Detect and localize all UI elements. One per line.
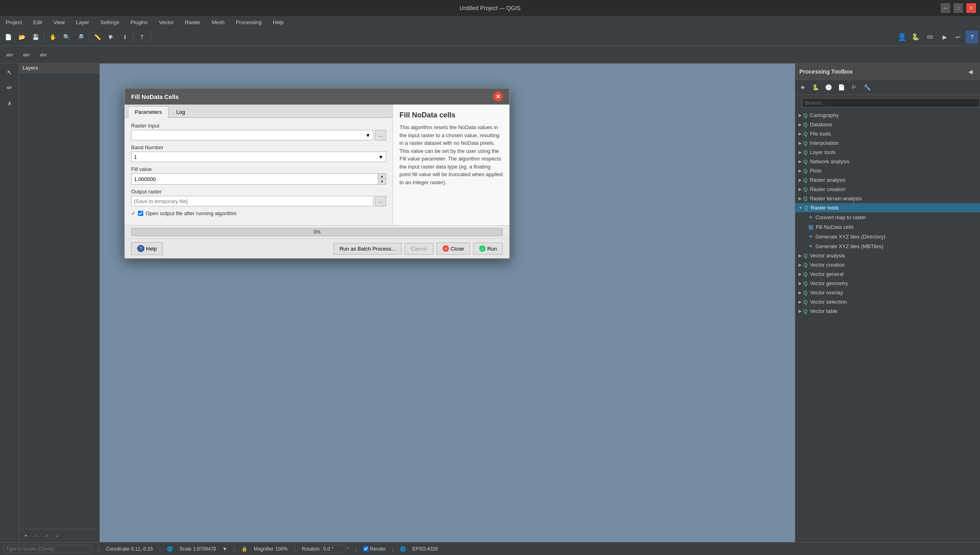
tree-item-vector-creation[interactable]: ▶ Q Vector creation: [795, 260, 980, 269]
bb-button[interactable]: BB: [923, 31, 937, 43]
layer-tool-4[interactable]: ↓: [52, 531, 62, 541]
output-raster-row: …: [131, 196, 386, 206]
locate-input[interactable]: [3, 545, 92, 553]
help-button[interactable]: ?: [966, 31, 978, 43]
layer-panel-header: Layers: [19, 64, 99, 73]
menu-help[interactable]: Help: [270, 18, 286, 26]
fill-value-down-button[interactable]: ▼: [378, 179, 386, 184]
zoom-in-button[interactable]: 🔍: [60, 31, 73, 43]
measure-button[interactable]: 📏: [91, 31, 104, 43]
sidebar-tool-2[interactable]: ✏: [2, 80, 17, 95]
proc-flag-button[interactable]: 🏳: [848, 82, 860, 93]
open-project-button[interactable]: 📂: [15, 31, 28, 43]
map-canvas[interactable]: Fill NoData Cells ✕ Parameters Log: [100, 64, 795, 542]
tree-item-vector-overlay[interactable]: ▶ Q Vector overlay: [795, 288, 980, 297]
avatar-button[interactable]: 👤: [896, 31, 908, 43]
tree-item-vector-geometry[interactable]: ▶ Q Vector geometry: [795, 279, 980, 288]
fill-value-up-button[interactable]: ▲: [378, 174, 386, 179]
python-button[interactable]: 🐍: [909, 31, 922, 43]
proc-starred-button[interactable]: ★: [797, 82, 808, 93]
proc-settings-button[interactable]: 🔧: [861, 82, 873, 93]
menu-processing[interactable]: Processing: [233, 18, 264, 26]
layer-tool-2[interactable]: -: [31, 531, 41, 541]
tree-item-raster-tools[interactable]: ▼ Q Raster tools: [795, 203, 980, 212]
scale-arrow-icon[interactable]: ▼: [222, 546, 227, 552]
green-arrow-button[interactable]: ▶: [938, 31, 951, 43]
tree-child-xyz-dir[interactable]: ✦ Generate XYZ tiles (Directory): [795, 232, 980, 241]
raster-input-browse-button[interactable]: …: [375, 130, 386, 140]
zoom-out-button[interactable]: 🔎: [74, 31, 86, 43]
proc-results-button[interactable]: 📄: [836, 82, 847, 93]
menu-vector[interactable]: Vector: [156, 18, 176, 26]
identify-button[interactable]: ℹ: [118, 31, 131, 43]
tree-item-database[interactable]: ▶ Q Database: [795, 120, 980, 129]
pan-map-button[interactable]: ✋: [46, 31, 59, 43]
proc-history-button[interactable]: 🕒: [823, 82, 834, 93]
proc-python-button[interactable]: 🐍: [810, 82, 821, 93]
maximize-button[interactable]: □: [953, 3, 963, 13]
close-dialog-button[interactable]: ✕ Close: [436, 243, 470, 255]
menu-raster[interactable]: Raster: [183, 18, 203, 26]
select-button[interactable]: 🗣: [105, 31, 117, 43]
tree-item-vector-selection[interactable]: ▶ Q Vector selection: [795, 297, 980, 306]
abc2-button[interactable]: abc: [19, 48, 35, 61]
dialog-close-button[interactable]: ✕: [493, 92, 503, 101]
output-raster-input[interactable]: [131, 196, 373, 206]
tree-item-raster-terrain[interactable]: ▶ Q Raster terrain analysis: [795, 194, 980, 203]
menu-layer[interactable]: Layer: [74, 18, 92, 26]
separator4: [150, 31, 151, 43]
search-box-wrap: [795, 95, 980, 111]
layer-tool-3[interactable]: ↑: [42, 531, 51, 541]
tree-item-raster-creation[interactable]: ▶ Q Raster creation: [795, 185, 980, 194]
band-number-combo[interactable]: 1 ▼: [131, 152, 386, 162]
tree-item-cartography[interactable]: ▶ Q Cartography: [795, 111, 980, 120]
tree-item-file-tools[interactable]: ▶ Q File tools: [795, 129, 980, 138]
render-checkbox[interactable]: [363, 546, 369, 551]
close-window-button[interactable]: ✕: [966, 3, 976, 13]
menu-plugins[interactable]: Plugins: [128, 18, 150, 26]
output-raster-browse-button[interactable]: …: [375, 196, 386, 206]
save-project-button[interactable]: 💾: [29, 31, 42, 43]
menu-view[interactable]: View: [51, 18, 67, 26]
tab-parameters[interactable]: Parameters: [128, 106, 169, 118]
menu-settings[interactable]: Settings: [98, 18, 121, 26]
sidebar-tool-1[interactable]: ↖: [2, 65, 17, 80]
new-project-button[interactable]: 📄: [2, 31, 14, 43]
run-button[interactable]: ✓ Run: [473, 243, 503, 255]
dialog-title-bar: Fill NoData Cells ✕: [125, 88, 509, 105]
tree-item-plots[interactable]: ▶ Q Plots: [795, 166, 980, 175]
cancel-button[interactable]: Cancel: [405, 243, 433, 255]
tree-item-layer-tools[interactable]: ▶ Q Layer tools: [795, 148, 980, 157]
help-button-dialog[interactable]: ? Help: [131, 242, 163, 255]
undo-button[interactable]: ↩: [952, 31, 965, 43]
minimize-button[interactable]: —: [941, 3, 950, 13]
raster-input-combo[interactable]: ▼: [131, 130, 373, 140]
tree-child-fill-nodata[interactable]: ▦ Fill NoData cells: [795, 222, 980, 232]
toolbox-collapse-button[interactable]: ◀: [965, 66, 976, 77]
tree-item-network-analysis[interactable]: ▶ Q Network analysis: [795, 157, 980, 166]
main-area: ↖ ✏ ∧ Layers + - ↑ ↓ Fill NoData Cells ✕: [0, 64, 980, 542]
sidebar-tool-3[interactable]: ∧: [2, 96, 17, 110]
tree-label-raster-analysis: Raster analysis: [810, 177, 846, 183]
menu-mesh[interactable]: Mesh: [209, 18, 227, 26]
abc3-button[interactable]: abc: [35, 48, 51, 61]
tree-child-convert-map[interactable]: ✦ Convert map to raster: [795, 212, 980, 222]
fill-value-input[interactable]: [132, 174, 378, 184]
tree-child-xyz-mb[interactable]: ✦ Generate XYZ tiles (MBTiles): [795, 241, 980, 251]
layer-tool-1[interactable]: +: [21, 531, 31, 541]
tree-item-vector-general[interactable]: ▶ Q Vector general: [795, 269, 980, 279]
label-button[interactable]: T: [136, 31, 148, 43]
tree-label-network-analysis: Network analysis: [810, 158, 849, 164]
rotation-input[interactable]: [321, 545, 346, 553]
menu-project[interactable]: Project: [3, 18, 24, 26]
tree-item-vector-table[interactable]: ▶ Q Vector table: [795, 306, 980, 316]
tree-item-raster-analysis[interactable]: ▶ Q Raster analysis: [795, 175, 980, 185]
tab-log[interactable]: Log: [169, 106, 192, 117]
abc1-button[interactable]: abc: [2, 48, 18, 61]
tree-item-interpolation[interactable]: ▶ Q Interpolation: [795, 138, 980, 148]
tree-item-vector-analysis[interactable]: ▶ Q Vector analysis: [795, 251, 980, 260]
open-after-checkbox[interactable]: [138, 211, 143, 216]
menu-edit[interactable]: Edit: [31, 18, 44, 26]
search-input[interactable]: [802, 98, 980, 107]
run-batch-button[interactable]: Run as Batch Process...: [334, 243, 401, 255]
